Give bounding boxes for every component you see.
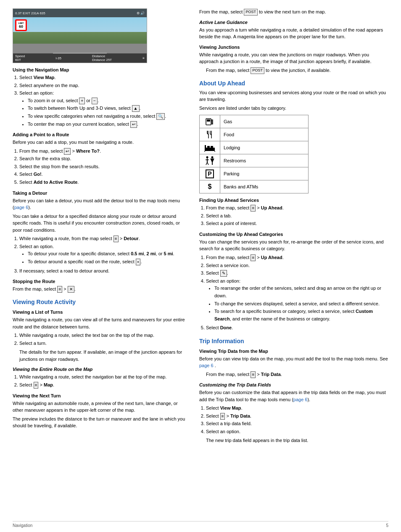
banks-icon-cell: $ bbox=[200, 180, 220, 193]
list-item: To change the services displayed, select… bbox=[214, 300, 388, 308]
category-table: Gas bbox=[199, 115, 309, 193]
back-icon: ↩ bbox=[64, 148, 71, 155]
footer-section: Navigation bbox=[13, 523, 32, 528]
viewing-route-activity-title: Viewing Route Activity bbox=[13, 299, 189, 305]
viewing-next-turn-intro: While navigating an automobile route, a … bbox=[13, 400, 189, 414]
table-row: Lodging bbox=[200, 141, 309, 154]
map-icons: ⚙ 🔊 bbox=[137, 11, 145, 15]
right-column: From the map, select POST to view the ne… bbox=[199, 8, 388, 446]
about-up-ahead-intro: You can view upcoming businesses and ser… bbox=[199, 89, 388, 103]
list-item: Select an option: To rearrange the order… bbox=[206, 278, 388, 323]
parking-letter-icon: P bbox=[206, 169, 214, 178]
food-icon-cell bbox=[200, 128, 220, 141]
list-item: Select Go!. bbox=[19, 171, 189, 178]
list-item: To rearrange the order of the services, … bbox=[214, 285, 388, 299]
minus-icon: − bbox=[92, 98, 98, 104]
svg-rect-4 bbox=[205, 148, 215, 151]
list-item: To center the map on your current locati… bbox=[28, 121, 189, 128]
viewing-list-turns-title: Viewing a List of Turns bbox=[13, 310, 189, 315]
post-icon: POST bbox=[244, 9, 258, 16]
list-item: Select an option: To zoom in or out, sel… bbox=[19, 90, 189, 128]
list-item: Select View Map. bbox=[19, 74, 189, 82]
list-item: While navigating a route, select the tex… bbox=[19, 332, 189, 339]
using-nav-map-steps: Select View Map. Select anywhere on the … bbox=[19, 74, 189, 128]
viewing-list-turns-intro: While navigating a route, you can view a… bbox=[13, 316, 189, 330]
list-item: Select ✎. bbox=[206, 270, 388, 277]
svg-point-15 bbox=[211, 156, 214, 159]
page-footer: Navigation 5 bbox=[13, 521, 388, 528]
list-item: While navigating a route, select the nav… bbox=[19, 373, 189, 381]
svg-line-14 bbox=[207, 162, 208, 165]
list-item: Select a turn. bbox=[19, 340, 189, 347]
active-lane-guidance-text: As you approach a turn while navigating … bbox=[199, 26, 388, 40]
list-item: While navigating a route, from the map s… bbox=[19, 235, 189, 243]
speed-limit-sign: LIMIT 60 bbox=[15, 19, 27, 31]
page6-link-detour[interactable]: page 6 bbox=[14, 205, 29, 210]
stopping-route-title: Stopping the Route bbox=[13, 279, 189, 284]
restrooms-label: Restrooms bbox=[220, 154, 309, 167]
taking-detour-intro1: Before you can take a detour, you must a… bbox=[13, 197, 189, 211]
customizing-up-ahead-title: Customizing the Up Ahead Categories bbox=[199, 232, 388, 237]
taking-detour-title: Taking a Detour bbox=[13, 191, 189, 196]
lodging-label: Lodging bbox=[220, 141, 309, 154]
menu-icon-2: ≡ bbox=[57, 286, 62, 293]
customizing-trip-fields-intro: Before you can customize the data that a… bbox=[199, 389, 388, 403]
finding-up-ahead-title: Finding Up Ahead Services bbox=[199, 198, 388, 203]
viewing-next-turn-detail: The preview includes the distance to the… bbox=[13, 416, 189, 429]
viewing-junctions-note: From the map, select POST to view the ju… bbox=[206, 67, 388, 74]
viewing-trip-data-title: Viewing Trip Data from the Map bbox=[199, 349, 388, 354]
customizing-trip-fields-detail: The new trip data field appears in the t… bbox=[206, 437, 388, 444]
list-item: From the map, select ↩ > Where To?. bbox=[19, 148, 189, 155]
list-item: Select the stop from the search results. bbox=[19, 163, 189, 171]
list-item: To view specific categories when not nav… bbox=[28, 113, 189, 120]
list-item: Select a tab. bbox=[206, 212, 388, 220]
gas-label: Gas bbox=[220, 115, 309, 128]
map-distance: DistanceDistance 25T bbox=[92, 54, 112, 62]
viewing-list-turns-detail: The details for the turn appear. If avai… bbox=[19, 349, 189, 363]
lodging-icon-cell bbox=[200, 141, 220, 154]
search-icon: 🔍 bbox=[156, 113, 165, 120]
left-column: 0.3T EXIT 231A 635 ⚙ 🔊 LIMIT 60 Speed60T… bbox=[13, 8, 189, 446]
adding-point-title: Adding a Point to a Route bbox=[13, 132, 189, 137]
list-item: To search for a specific business or cat… bbox=[214, 308, 388, 323]
map-bottom-bar: Speed60T I-35 DistanceDistance 25T ≡ bbox=[13, 53, 147, 63]
taking-detour-intro2: You can take a detour for a specified di… bbox=[13, 213, 189, 234]
page6-link-trip[interactable]: page 6 bbox=[199, 363, 214, 368]
list-item: Select View Map. bbox=[206, 405, 388, 412]
svg-rect-7 bbox=[211, 146, 213, 148]
table-row: $ Banks and ATMs bbox=[200, 180, 309, 193]
list-item: From the map, select ≡ > Up Ahead. bbox=[206, 204, 388, 212]
list-item: If necessary, select a road to detour ar… bbox=[19, 267, 189, 275]
customizing-trip-fields-steps: Select View Map. Select ≡ > Trip Data. S… bbox=[206, 405, 388, 435]
list-item: To zoom in or out, select + or −. bbox=[28, 97, 189, 105]
svg-line-13 bbox=[206, 162, 207, 165]
lodging-icon bbox=[203, 143, 216, 153]
using-nav-map-title: Using the Navigation Map bbox=[13, 67, 189, 72]
stop-icon: ✕ bbox=[68, 286, 74, 293]
menu-icon-5: ≡ bbox=[251, 254, 256, 261]
customizing-up-ahead-intro: You can change the services you search f… bbox=[199, 238, 388, 252]
gas-icon-cell bbox=[200, 115, 220, 128]
table-row: P Parking bbox=[200, 167, 309, 180]
svg-rect-6 bbox=[207, 146, 210, 148]
map-road-name: I-35 bbox=[55, 56, 61, 60]
customizing-up-ahead-steps: From the map, select ≡ > Up Ahead. Selec… bbox=[206, 254, 388, 332]
list-item: Select anywhere on the map. bbox=[19, 82, 189, 90]
north-icon: ▲ bbox=[132, 105, 140, 112]
list-item: Select an option. bbox=[206, 428, 388, 436]
list-item: Select Done. bbox=[206, 324, 388, 332]
center-icon: ↩ bbox=[130, 121, 137, 128]
map-menu-icon: ≡ bbox=[142, 56, 145, 60]
list-item: To detour your route for a specific dist… bbox=[28, 250, 189, 258]
list-item: Select Add to Active Route. bbox=[19, 179, 189, 186]
active-lane-guidance-title: Active Lane Guidance bbox=[199, 20, 388, 25]
list-item: Select ≡ > Trip Data. bbox=[206, 413, 388, 420]
table-row: Gas bbox=[200, 115, 309, 128]
restrooms-icon bbox=[203, 156, 216, 166]
menu-icon-7: ≡ bbox=[220, 413, 225, 420]
viewing-next-turn-title: Viewing the Next Turn bbox=[13, 393, 189, 398]
page6-link-customize[interactable]: page 6 bbox=[293, 397, 308, 402]
taking-detour-steps: While navigating a route, from the map s… bbox=[19, 235, 189, 275]
list-item: To switch between North Up and 3-D views… bbox=[28, 105, 189, 112]
viewing-entire-route-steps: While navigating a route, select the nav… bbox=[19, 373, 189, 389]
